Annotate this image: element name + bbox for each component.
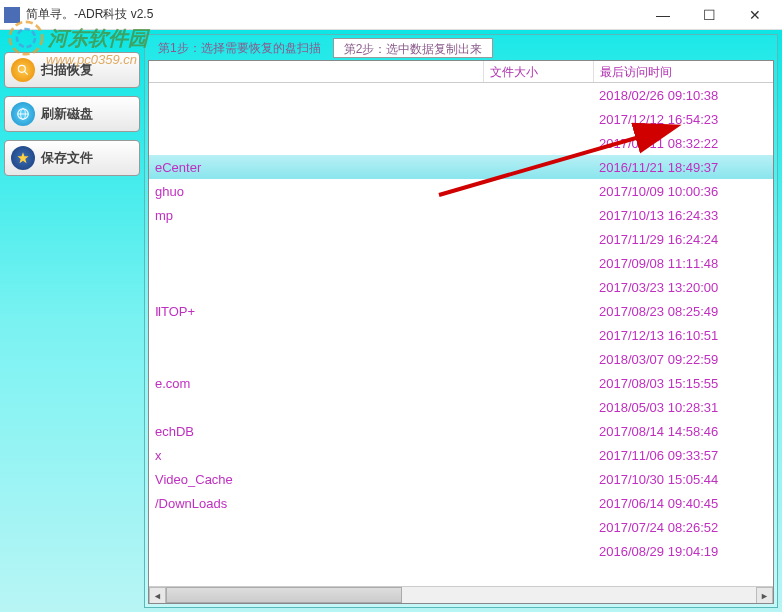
table-row[interactable]: 2017/12/12 16:54:23 [149, 107, 773, 131]
table-row[interactable]: ghuo2017/10/09 10:00:36 [149, 179, 773, 203]
cell-date: 2017/12/12 16:54:23 [593, 112, 773, 127]
table-row[interactable]: 2017/11/29 16:24:24 [149, 227, 773, 251]
cell-name: ⅡTOP+ [149, 304, 483, 319]
scan-recover-button[interactable]: 扫描恢复 [4, 52, 140, 88]
cell-name: Video_Cache [149, 472, 483, 487]
cell-date: 2017/06/11 08:32:22 [593, 136, 773, 151]
list-body[interactable]: 2018/02/26 09:10:382017/12/12 16:54:2320… [149, 83, 773, 586]
scroll-thumb[interactable] [166, 587, 402, 603]
cell-date: 2017/07/24 08:26:52 [593, 520, 773, 535]
table-row[interactable]: 2017/09/08 11:11:48 [149, 251, 773, 275]
cell-date: 2017/09/08 11:11:48 [593, 256, 773, 271]
window-title: 简单寻。-ADR科技 v2.5 [26, 6, 640, 23]
scroll-right-button[interactable]: ► [756, 587, 773, 604]
table-row[interactable]: 2017/07/24 08:26:52 [149, 515, 773, 539]
table-row[interactable]: 2017/06/11 08:32:22 [149, 131, 773, 155]
cell-date: 2017/11/29 16:24:24 [593, 232, 773, 247]
steps-bar: 第1步：选择需要恢复的盘扫描 第2步：选中数据复制出来 [148, 38, 774, 58]
cell-name: mp [149, 208, 483, 223]
titlebar: 简单寻。-ADR科技 v2.5 — ☐ ✕ [0, 0, 782, 30]
table-row[interactable]: /DownLoads2017/06/14 09:40:45 [149, 491, 773, 515]
table-row[interactable]: 2018/02/26 09:10:38 [149, 83, 773, 107]
cell-date: 2017/08/03 15:15:55 [593, 376, 773, 391]
table-row[interactable]: 2018/05/03 10:28:31 [149, 395, 773, 419]
sidebar: 扫描恢复 刷新磁盘 保存文件 [4, 34, 140, 608]
step-1[interactable]: 第1步：选择需要恢复的盘扫描 [148, 38, 331, 58]
cell-name: x [149, 448, 483, 463]
app-icon [4, 7, 20, 23]
cell-date: 2016/11/21 18:49:37 [593, 160, 773, 175]
cell-name: e.com [149, 376, 483, 391]
file-list: 文件大小 最后访问时间 2018/02/26 09:10:382017/12/1… [148, 60, 774, 604]
table-row[interactable]: e.com2017/08/03 15:15:55 [149, 371, 773, 395]
scroll-left-button[interactable]: ◄ [149, 587, 166, 604]
cell-date: 2018/05/03 10:28:31 [593, 400, 773, 415]
col-size-header[interactable]: 文件大小 [483, 61, 593, 82]
table-row[interactable]: echDB2017/08/14 14:58:46 [149, 419, 773, 443]
globe-icon [11, 102, 35, 126]
scroll-track[interactable] [166, 587, 756, 603]
cell-date: 2017/03/23 13:20:00 [593, 280, 773, 295]
cell-date: 2017/12/13 16:10:51 [593, 328, 773, 343]
close-button[interactable]: ✕ [732, 0, 778, 30]
table-row[interactable]: 2018/03/07 09:22:59 [149, 347, 773, 371]
cell-date: 2017/08/14 14:58:46 [593, 424, 773, 439]
save-label: 保存文件 [41, 149, 93, 167]
horizontal-scrollbar[interactable]: ◄ ► [149, 586, 773, 603]
save-file-button[interactable]: 保存文件 [4, 140, 140, 176]
cell-name: ghuo [149, 184, 483, 199]
table-row[interactable]: x2017/11/06 09:33:57 [149, 443, 773, 467]
scan-label: 扫描恢复 [41, 61, 93, 79]
table-row[interactable]: 2017/12/13 16:10:51 [149, 323, 773, 347]
cell-date: 2017/10/09 10:00:36 [593, 184, 773, 199]
table-row[interactable]: 2017/03/23 13:20:00 [149, 275, 773, 299]
refresh-disk-button[interactable]: 刷新磁盘 [4, 96, 140, 132]
table-row[interactable]: eCenter2016/11/21 18:49:37 [149, 155, 773, 179]
table-row[interactable]: mp2017/10/13 16:24:33 [149, 203, 773, 227]
cell-date: 2017/08/23 08:25:49 [593, 304, 773, 319]
maximize-button[interactable]: ☐ [686, 0, 732, 30]
refresh-label: 刷新磁盘 [41, 105, 93, 123]
cell-date: 2016/08/29 19:04:19 [593, 544, 773, 559]
cell-name: /DownLoads [149, 496, 483, 511]
cell-date: 2018/03/07 09:22:59 [593, 352, 773, 367]
cell-name: eCenter [149, 160, 483, 175]
table-row[interactable]: ⅡTOP+2017/08/23 08:25:49 [149, 299, 773, 323]
col-date-header[interactable]: 最后访问时间 [593, 61, 773, 82]
table-row[interactable]: Video_Cache2017/10/30 15:05:44 [149, 467, 773, 491]
content-panel: 第1步：选择需要恢复的盘扫描 第2步：选中数据复制出来 文件大小 最后访问时间 … [144, 34, 778, 608]
star-icon [11, 146, 35, 170]
cell-date: 2017/10/13 16:24:33 [593, 208, 773, 223]
cell-date: 2017/10/30 15:05:44 [593, 472, 773, 487]
cell-date: 2018/02/26 09:10:38 [593, 88, 773, 103]
col-name-header[interactable] [149, 61, 483, 82]
minimize-button[interactable]: — [640, 0, 686, 30]
step-2[interactable]: 第2步：选中数据复制出来 [333, 38, 494, 58]
table-row[interactable]: 2016/08/29 19:04:19 [149, 539, 773, 563]
cell-name: echDB [149, 424, 483, 439]
cell-date: 2017/06/14 09:40:45 [593, 496, 773, 511]
list-header: 文件大小 最后访问时间 [149, 61, 773, 83]
cell-date: 2017/11/06 09:33:57 [593, 448, 773, 463]
magnify-icon [11, 58, 35, 82]
